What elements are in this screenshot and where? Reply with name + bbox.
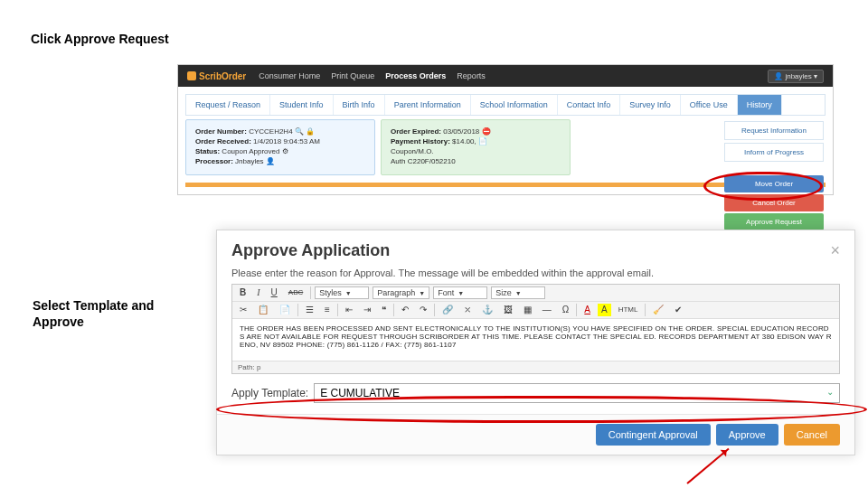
app-screenshot-top: ScribOrder Consumer Home Print Queue Pro… bbox=[177, 64, 834, 195]
image-button[interactable]: 🖼 bbox=[500, 304, 516, 316]
hr-button[interactable]: — bbox=[539, 304, 555, 316]
undo-button[interactable]: ↶ bbox=[398, 304, 412, 316]
link-button[interactable]: 🔗 bbox=[439, 304, 457, 316]
chevron-down-icon: ▾ bbox=[814, 72, 817, 80]
processor-label: Processor: bbox=[195, 157, 233, 165]
modal-subtitle: Please enter the reason for Approval. Th… bbox=[217, 264, 854, 284]
font-dropdown[interactable]: Font▼ bbox=[433, 286, 487, 299]
numbered-list-button[interactable]: ≡ bbox=[321, 304, 334, 316]
cancel-order-button[interactable]: Cancel Order bbox=[724, 194, 824, 211]
path-label: Path: bbox=[238, 363, 255, 371]
tab-student-info[interactable]: Student Info bbox=[270, 95, 334, 115]
html-source-button[interactable]: HTML bbox=[615, 305, 642, 315]
alert-icon: ⛔ bbox=[482, 127, 491, 136]
nav-consumer-home[interactable]: Consumer Home bbox=[259, 71, 320, 80]
cut-button[interactable]: ✂ bbox=[236, 304, 250, 316]
user-menu[interactable]: 👤 jnbayles ▾ bbox=[768, 70, 824, 83]
side-request-info[interactable]: Request Information bbox=[724, 121, 824, 140]
lock-icon: 🔒 bbox=[306, 127, 315, 136]
instruction-step-1: Click Approve Request bbox=[31, 32, 169, 46]
text-color-button[interactable]: A bbox=[580, 304, 594, 316]
editor-toolbar-row-1: B I U ABC Styles▼ Paragraph▼ Font▼ Size▼ bbox=[232, 285, 839, 302]
processor-value: Jnbayles bbox=[235, 157, 264, 165]
tab-request-reason[interactable]: Request / Reason bbox=[186, 95, 270, 115]
rich-text-editor: B I U ABC Styles▼ Paragraph▼ Font▼ Size▼… bbox=[231, 284, 840, 374]
remove-format-button[interactable]: 🧹 bbox=[649, 304, 667, 316]
order-expired-value: 03/05/2018 bbox=[443, 127, 479, 136]
cancel-button[interactable]: Cancel bbox=[784, 424, 840, 446]
top-navbar: ScribOrder Consumer Home Print Queue Pro… bbox=[178, 65, 833, 87]
special-char-button[interactable]: Ω bbox=[559, 304, 572, 316]
chevron-down-icon: ⌄ bbox=[826, 387, 834, 397]
styles-dropdown[interactable]: Styles▼ bbox=[315, 286, 369, 299]
paste-button[interactable]: 📄 bbox=[276, 304, 294, 316]
user-name: jnbayles bbox=[785, 72, 811, 80]
tab-survey-info[interactable]: Survey Info bbox=[620, 95, 681, 115]
user-icon: 👤 bbox=[774, 72, 785, 80]
strikethrough-button[interactable]: ABC bbox=[285, 287, 307, 298]
nav-print-queue[interactable]: Print Queue bbox=[331, 71, 374, 80]
status-value: Coupon Approved bbox=[222, 147, 279, 155]
editor-path-bar: Path: p bbox=[232, 361, 839, 373]
close-icon[interactable]: × bbox=[830, 241, 840, 260]
brand-logo[interactable]: ScribOrder bbox=[187, 71, 246, 81]
tab-birth-info[interactable]: Birth Info bbox=[334, 95, 385, 115]
order-number-value: CYCCEH2H4 bbox=[249, 127, 292, 136]
chevron-down-icon: ▼ bbox=[345, 290, 352, 296]
instruction-step-2: Select Template and Approve bbox=[33, 298, 177, 330]
editor-toolbar-row-2: ✂ 📋 📄 ☰ ≡ ⇤ ⇥ ❝ ↶ ↷ 🔗 ⤫ ⚓ 🖼 ▦ — Ω A A HT… bbox=[232, 302, 839, 319]
italic-button[interactable]: I bbox=[253, 286, 263, 299]
chevron-down-icon: ▼ bbox=[458, 290, 464, 296]
status-label: Status: bbox=[195, 147, 220, 155]
path-value: p bbox=[257, 363, 260, 371]
copy-button[interactable]: 📋 bbox=[254, 304, 272, 316]
redo-button[interactable]: ↷ bbox=[416, 304, 430, 316]
payment-history-value: $14.00, bbox=[452, 137, 476, 145]
size-dropdown[interactable]: Size▼ bbox=[491, 286, 545, 299]
contingent-approval-button[interactable]: Contingent Approval bbox=[596, 424, 711, 446]
bg-color-button[interactable]: A bbox=[598, 304, 611, 316]
search-icon[interactable]: 🔍 bbox=[295, 127, 304, 136]
apply-template-value: E CUMULATIVE bbox=[320, 387, 400, 399]
editor-textarea[interactable]: THE ORDER HAS BEEN PROCESSED AND SENT EL… bbox=[232, 319, 839, 361]
outdent-button[interactable]: ⇤ bbox=[342, 304, 356, 316]
approve-request-button[interactable]: Approve Request bbox=[724, 213, 824, 230]
bulleted-list-button[interactable]: ☰ bbox=[302, 304, 317, 316]
nav-reports[interactable]: Reports bbox=[457, 71, 486, 80]
modal-action-bar: Contingent Approval Approve Cancel bbox=[217, 414, 854, 455]
bold-button[interactable]: B bbox=[236, 286, 250, 299]
spellcheck-button[interactable]: ✔ bbox=[671, 304, 685, 316]
order-received-label: Order Received: bbox=[195, 137, 251, 145]
tab-parent-info[interactable]: Parent Information bbox=[385, 95, 471, 115]
approve-application-modal: Approve Application × Please enter the r… bbox=[216, 230, 855, 455]
coupon-text: Coupon/M.O. bbox=[391, 147, 434, 155]
chevron-down-icon: ▼ bbox=[515, 290, 522, 296]
tab-history[interactable]: History bbox=[738, 95, 782, 115]
tab-contact-info[interactable]: Contact Info bbox=[558, 95, 621, 115]
format-dropdown[interactable]: Paragraph▼ bbox=[373, 286, 429, 299]
payment-card: Order Expired: 03/05/2018 ⛔ Payment Hist… bbox=[381, 119, 571, 175]
approve-button[interactable]: Approve bbox=[716, 424, 778, 446]
unlink-button[interactable]: ⤫ bbox=[460, 304, 475, 316]
nav-process-orders[interactable]: Process Orders bbox=[385, 71, 446, 80]
blockquote-button[interactable]: ❝ bbox=[378, 304, 390, 316]
chevron-down-icon: ▼ bbox=[419, 290, 425, 296]
anchor-button[interactable]: ⚓ bbox=[478, 304, 496, 316]
tab-school-info[interactable]: School Information bbox=[471, 95, 558, 115]
table-button[interactable]: ▦ bbox=[520, 304, 535, 316]
underline-button[interactable]: U bbox=[268, 286, 281, 299]
apply-template-row: Apply Template: E CUMULATIVE ⌄ bbox=[217, 374, 854, 414]
side-inform-progress[interactable]: Inform of Progress bbox=[724, 143, 824, 162]
auth-value: C220F/052210 bbox=[408, 157, 456, 165]
tab-office-use[interactable]: Office Use bbox=[681, 95, 738, 115]
indent-button[interactable]: ⇥ bbox=[360, 304, 374, 316]
brand-text: ScribOrder bbox=[199, 71, 246, 81]
modal-title: Approve Application bbox=[231, 241, 390, 260]
brand-icon bbox=[187, 71, 196, 80]
move-order-button[interactable]: Move Order bbox=[724, 175, 824, 192]
auth-label: Auth bbox=[391, 157, 405, 165]
apply-template-select[interactable]: E CUMULATIVE ⌄ bbox=[314, 383, 840, 403]
order-expired-label: Order Expired: bbox=[391, 127, 441, 136]
payment-history-label: Payment History: bbox=[391, 137, 450, 145]
order-tabs: Request / Reason Student Info Birth Info… bbox=[185, 94, 826, 116]
